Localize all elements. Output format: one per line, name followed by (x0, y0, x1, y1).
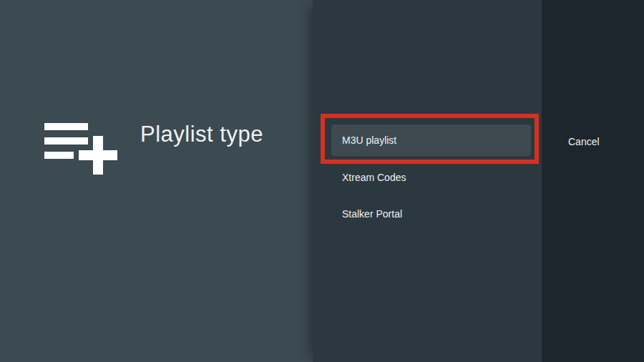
option-m3u-playlist[interactable]: M3U playlist (313, 122, 542, 158)
option-stalker-portal[interactable]: Stalker Portal (313, 196, 542, 232)
playlist-type-dialog-screen: Playlist type M3U playlist Xtream Codes … (0, 0, 644, 362)
guidance-panel: Playlist type (0, 0, 313, 362)
cancel-button[interactable]: Cancel (568, 126, 600, 157)
option-label: Xtream Codes (342, 172, 406, 183)
option-label: Stalker Portal (342, 208, 402, 220)
option-label: M3U playlist (342, 134, 396, 146)
page-title: Playlist type (140, 122, 263, 147)
options-panel: M3U playlist Xtream Codes Stalker Portal (313, 0, 542, 362)
cancel-button-label: Cancel (568, 136, 600, 147)
playlist-add-icon (44, 123, 119, 175)
actions-panel: Cancel (542, 0, 644, 362)
option-xtream-codes[interactable]: Xtream Codes (313, 160, 542, 195)
